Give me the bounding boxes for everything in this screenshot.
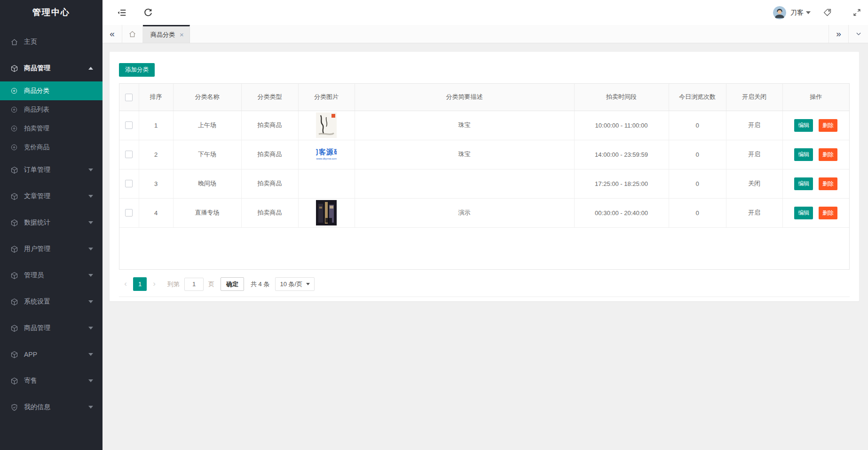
topbar-right: 刀客	[773, 6, 861, 19]
cell-views: 0	[669, 140, 726, 169]
page-number-current[interactable]: 1	[133, 277, 147, 291]
sidebar-group-label: 文章管理	[24, 192, 88, 201]
table-row: 4 直播专场 拍卖商品 演示 00:30:00 - 20:40:00 0	[119, 198, 849, 227]
tabbar: « 商品分类 × »	[103, 25, 868, 43]
next-page-button[interactable]: ›	[148, 278, 161, 291]
sidebar-item-product-list[interactable]: 商品列表	[0, 100, 103, 119]
header-checkbox-cell	[119, 84, 139, 111]
edit-button[interactable]: 编辑	[794, 148, 813, 161]
circle-plus-icon	[10, 144, 18, 151]
refresh-icon[interactable]	[143, 8, 153, 18]
cell-views: 0	[669, 169, 726, 198]
user-name[interactable]: 刀客	[790, 8, 804, 17]
content: 添加分类 排序 分类名称 分类类型 分类图片 分类简	[103, 43, 868, 450]
header-actions: 操作	[782, 84, 849, 111]
chevron-down-icon	[306, 283, 310, 285]
sidebar-group-user-management[interactable]: 用户管理	[0, 236, 103, 262]
tab-home[interactable]	[122, 25, 143, 43]
fullscreen-icon[interactable]	[852, 8, 861, 17]
chevron-down-icon	[88, 353, 93, 356]
row-checkbox[interactable]	[125, 209, 133, 217]
tab-product-category[interactable]: 商品分类 ×	[143, 25, 190, 43]
cell-desc: 演示	[355, 198, 574, 227]
cell-time: 00:30:00 - 20:40:00	[574, 198, 669, 227]
sidebar-group-article-management[interactable]: 文章管理	[0, 183, 103, 209]
chevron-down-icon	[88, 221, 93, 224]
delete-button[interactable]: 删除	[819, 119, 837, 132]
cell-desc: 珠宝	[355, 140, 574, 169]
goto-page-input[interactable]	[184, 278, 204, 291]
table-row: 2 下午场 拍卖商品 刀客源码 www.dkymw.com 珠宝 14:00:0…	[119, 140, 849, 169]
page-unit-label: 页	[208, 280, 214, 289]
header-category-image: 分类图片	[298, 84, 355, 111]
close-icon[interactable]: ×	[180, 31, 184, 38]
chevron-up-icon	[88, 67, 93, 70]
sidebar-item-label: 竞价商品	[24, 143, 49, 152]
collapse-menu-icon[interactable]	[117, 8, 127, 18]
prev-page-button[interactable]: ‹	[119, 278, 132, 291]
app-title: 管理中心	[0, 0, 103, 25]
sidebar-item-product-category[interactable]: 商品分类	[0, 81, 103, 100]
cell-views: 0	[669, 198, 726, 227]
sidebar-group-app[interactable]: APP	[0, 341, 103, 368]
per-page-select[interactable]: 10 条/页	[275, 277, 315, 291]
chevron-down-icon[interactable]	[806, 11, 811, 14]
per-page-value: 10 条/页	[280, 280, 302, 289]
chevrons-left-icon: «	[110, 29, 115, 39]
cell-name: 直播专场	[173, 198, 241, 227]
goto-page-label: 到第	[167, 280, 180, 289]
sidebar: 管理中心 主页 商品管理 商品分类 商品列表	[0, 0, 103, 450]
header-today-views: 今日浏览次数	[669, 84, 726, 111]
sidebar-group-data-statistics[interactable]: 数据统计	[0, 209, 103, 236]
tab-label: 商品分类	[150, 31, 175, 39]
tag-icon[interactable]	[823, 8, 832, 17]
row-checkbox[interactable]	[125, 180, 133, 187]
cube-icon	[10, 219, 18, 227]
sidebar-item-label: 主页	[24, 38, 93, 46]
edit-button[interactable]: 编辑	[794, 207, 813, 219]
sidebar-item-auction-management[interactable]: 拍卖管理	[0, 119, 103, 138]
home-icon	[128, 30, 136, 38]
sidebar-group-label: APP	[24, 351, 88, 358]
total-count-label: 共 4 条	[251, 280, 269, 289]
sidebar-group-label: 我的信息	[24, 403, 88, 411]
sidebar-group-consignment[interactable]: 寄售	[0, 368, 103, 394]
row-checkbox[interactable]	[125, 151, 133, 158]
delete-button[interactable]: 删除	[819, 148, 837, 161]
row-checkbox[interactable]	[125, 121, 133, 129]
tabs-scroll-right-button[interactable]: »	[829, 25, 848, 43]
tabs-menu-button[interactable]	[848, 25, 868, 43]
category-card: 添加分类 排序 分类名称 分类类型 分类图片 分类简	[110, 52, 859, 301]
chevron-down-icon	[88, 169, 93, 171]
user-avatar[interactable]	[773, 6, 786, 19]
cell-type: 拍卖商品	[241, 198, 298, 227]
calligraphy-artwork-image	[316, 112, 337, 138]
sidebar-group-my-info[interactable]: 我的信息	[0, 394, 103, 420]
select-all-checkbox[interactable]	[125, 94, 133, 101]
add-category-button[interactable]: 添加分类	[119, 63, 155, 77]
chevron-down-icon	[88, 379, 93, 382]
sidebar-group-product-management[interactable]: 商品管理	[0, 55, 103, 81]
sidebar-group-label: 寄售	[24, 377, 88, 385]
sidebar-group-administrator[interactable]: 管理员	[0, 262, 103, 289]
delete-button[interactable]: 删除	[819, 207, 837, 219]
edit-button[interactable]: 编辑	[794, 177, 813, 190]
header-category-type: 分类类型	[241, 84, 298, 111]
edit-button[interactable]: 编辑	[794, 119, 813, 132]
sidebar-item-label: 商品列表	[24, 105, 49, 114]
tabs-scroll-left-button[interactable]: «	[103, 25, 122, 43]
cell-status: 开启	[726, 111, 782, 140]
table-header-row: 排序 分类名称 分类类型 分类图片 分类简要描述 拍卖时间段 今日浏览次数 开启…	[119, 84, 849, 111]
sidebar-group-order-management[interactable]: 订单管理	[0, 157, 103, 183]
sidebar-item-label: 商品分类	[24, 87, 49, 95]
sidebar-item-label: 拍卖管理	[24, 124, 49, 133]
delete-button[interactable]: 删除	[819, 177, 837, 190]
sidebar-group-label: 商品管理	[24, 324, 88, 332]
sidebar-item-bidding-product[interactable]: 竞价商品	[0, 138, 103, 157]
sidebar-item-home[interactable]: 主页	[0, 29, 103, 55]
confirm-page-button[interactable]: 确定	[221, 277, 244, 291]
cube-icon	[10, 351, 18, 359]
cube-icon	[10, 193, 18, 201]
sidebar-group-system-settings[interactable]: 系统设置	[0, 289, 103, 315]
sidebar-group-product-management-2[interactable]: 商品管理	[0, 315, 103, 341]
